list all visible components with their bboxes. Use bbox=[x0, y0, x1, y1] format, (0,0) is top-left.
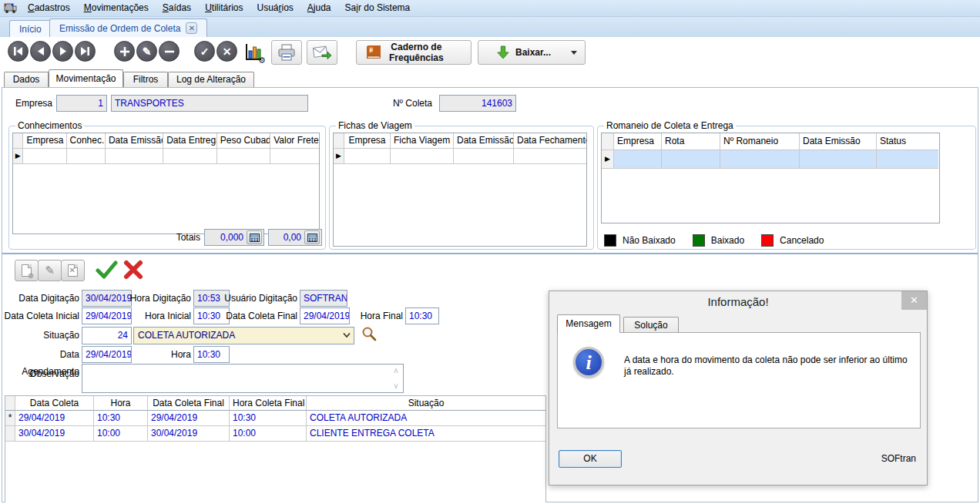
tab-emissao-ordem-coleta[interactable]: Emissão de Ordem de Coleta ✕ bbox=[49, 18, 207, 37]
dialog-message-panel: i A data e hora do movimento da coleta n… bbox=[557, 332, 921, 428]
col-header: Ficha Viagem bbox=[391, 133, 454, 149]
hora-agendamento-label: Hora bbox=[114, 346, 191, 363]
col-header: Rota bbox=[662, 133, 720, 150]
menu-utilitarios[interactable]: Utilitários bbox=[198, 0, 250, 16]
mov-add-button[interactable]: ⚙ bbox=[15, 260, 39, 281]
dialog-ok-button[interactable]: OK bbox=[559, 450, 622, 468]
envelope-arrow-icon bbox=[312, 44, 332, 61]
nav-last-button[interactable] bbox=[75, 41, 96, 62]
table-row[interactable]: ▶ bbox=[13, 149, 319, 164]
delete-page-icon: ✕ bbox=[68, 264, 78, 277]
scroll-up-icon[interactable]: ∧ bbox=[391, 365, 401, 376]
page-tab-strip: Início Emissão de Ordem de Coleta ✕ bbox=[0, 17, 980, 37]
hora-agendamento-field[interactable]: 10:30 bbox=[193, 346, 230, 363]
observacao-textarea[interactable]: ∧ ∨ bbox=[82, 364, 404, 393]
col-header: Status bbox=[877, 133, 938, 150]
legend-nao-baixado-label: Não Baixado bbox=[623, 235, 676, 246]
book-icon: F bbox=[364, 45, 383, 60]
print-button[interactable] bbox=[271, 40, 302, 65]
calculator-icon[interactable] bbox=[304, 230, 320, 244]
pencil-icon: ✎ bbox=[45, 264, 55, 277]
app-truck-icon bbox=[4, 2, 18, 14]
row-marker-icon: ▶ bbox=[602, 150, 614, 169]
table-row[interactable]: * 29/04/2019 10:30 29/04/2019 10:30 COLE… bbox=[5, 411, 545, 426]
record-edit-button[interactable]: ✎ bbox=[136, 41, 157, 62]
situacao-search-button[interactable] bbox=[361, 326, 377, 341]
mov-confirm-button[interactable] bbox=[95, 259, 119, 282]
tab-close-icon[interactable]: ✕ bbox=[186, 22, 197, 34]
printer-icon bbox=[277, 44, 296, 61]
legend-baixado-swatch bbox=[693, 234, 705, 247]
dialog-close-button[interactable]: ✕ bbox=[901, 291, 927, 310]
fichas-title: Fichas de Viagem bbox=[336, 120, 414, 131]
cell: 10:00 bbox=[230, 426, 307, 442]
empresa-name-field: TRANSPORTES bbox=[111, 95, 308, 112]
menu-saidas[interactable]: Saídas bbox=[156, 0, 198, 16]
movements-grid: Data Coleta Hora Data Coleta Final Hora … bbox=[5, 395, 546, 502]
record-add-button[interactable] bbox=[114, 41, 135, 62]
col-header: Empresa bbox=[23, 133, 66, 149]
cell: 30/04/2019 bbox=[148, 426, 230, 442]
status-legend: Não Baixado Baixado Cancelado bbox=[604, 234, 824, 247]
menu-usuarios[interactable]: Usuários bbox=[250, 0, 300, 16]
main-toolbar: ✎ ✓ ✕ ⚙ bbox=[0, 37, 980, 69]
baixar-dropdown-icon[interactable] bbox=[571, 51, 577, 55]
mov-edit-button[interactable]: ✎ bbox=[38, 260, 62, 281]
row-marker-icon: ▶ bbox=[13, 149, 23, 164]
caderno-label-line2: Frequências bbox=[389, 52, 444, 63]
dialog-message: A data e hora do movimento da coleta não… bbox=[624, 354, 913, 378]
record-confirm-button[interactable]: ✓ bbox=[194, 41, 215, 62]
dialog-tab-mensagem[interactable]: Mensagem bbox=[557, 314, 620, 333]
calculator-icon[interactable] bbox=[247, 230, 262, 244]
tab-inicio[interactable]: Início bbox=[9, 20, 52, 37]
table-row[interactable]: ▶ bbox=[602, 150, 939, 169]
fichas-grid: Empresa Ficha Viagem Data Emissão Data F… bbox=[333, 133, 587, 247]
col-header: Data Coleta bbox=[15, 396, 94, 411]
nav-next-button[interactable] bbox=[52, 41, 73, 62]
ncoleta-label: Nº Coleta bbox=[388, 95, 432, 112]
nav-prev-button[interactable] bbox=[30, 41, 51, 62]
situacao-code-field[interactable]: 24 bbox=[82, 327, 132, 344]
tab-log-alteracao[interactable]: Log de Alteração bbox=[168, 72, 254, 87]
empresa-code-field: 1 bbox=[56, 95, 107, 112]
x-icon: ✕ bbox=[223, 45, 232, 58]
scroll-down-icon[interactable]: ∨ bbox=[391, 381, 401, 391]
conhecimentos-title: Conhecimentos bbox=[15, 120, 84, 131]
dialog-tab-solucao[interactable]: Solução bbox=[623, 317, 679, 333]
chevron-down-icon[interactable] bbox=[343, 332, 351, 338]
mov-delete-button[interactable]: ✕ bbox=[61, 260, 85, 281]
tab-movimentacao[interactable]: Movimentação bbox=[49, 69, 123, 87]
chart-gear-icon[interactable]: ⚙ bbox=[243, 42, 265, 63]
situacao-value: COLETA AUTORIZADA bbox=[138, 330, 235, 341]
hora-inicial-label: Hora Inicial bbox=[114, 307, 191, 324]
menu-movimentacoes[interactable]: Movimentações bbox=[77, 0, 156, 16]
menu-ajuda[interactable]: Ajuda bbox=[300, 0, 338, 16]
menu-sair[interactable]: Sair do Sistema bbox=[338, 0, 418, 16]
tab-emissao-label: Emissão de Ordem de Coleta bbox=[59, 19, 180, 38]
table-row[interactable]: 30/04/2019 10:00 30/04/2019 10:00 CLIENT… bbox=[5, 426, 545, 442]
section-divider bbox=[2, 253, 978, 254]
cell: 30/04/2019 bbox=[15, 426, 94, 442]
dialog-title: Informação! bbox=[549, 291, 927, 313]
conhecimentos-group: Conhecimentos Empresa Conhec. Data Emiss… bbox=[8, 120, 326, 250]
sub-tab-strip: Dados Movimentação Filtros Log de Altera… bbox=[0, 69, 980, 87]
download-arrow-icon bbox=[497, 45, 509, 60]
table-row[interactable]: ▶ bbox=[334, 149, 586, 164]
tab-filtros[interactable]: Filtros bbox=[123, 72, 168, 87]
record-cancel-button[interactable]: ✕ bbox=[216, 41, 237, 62]
nav-first-button[interactable] bbox=[8, 41, 29, 62]
situacao-combo[interactable]: COLETA AUTORIZADA bbox=[133, 327, 354, 344]
caderno-frequencias-button[interactable]: F Caderno de Frequências bbox=[356, 40, 472, 65]
hora-final-label: Hora Final bbox=[307, 307, 403, 324]
hora-final-field[interactable]: 10:30 bbox=[405, 307, 439, 324]
tab-dados[interactable]: Dados bbox=[4, 72, 49, 87]
col-header: Conhec. bbox=[67, 133, 106, 149]
send-button[interactable] bbox=[307, 40, 337, 65]
legend-cancelado-swatch bbox=[761, 234, 774, 247]
col-header: Hora bbox=[94, 396, 148, 411]
record-delete-button[interactable] bbox=[159, 41, 180, 62]
baixar-button[interactable]: Baixar... bbox=[478, 40, 586, 65]
menu-cadastros[interactable]: Cadastros bbox=[21, 0, 77, 16]
col-header: Situação bbox=[307, 396, 545, 411]
mov-cancel-button[interactable] bbox=[123, 259, 147, 282]
